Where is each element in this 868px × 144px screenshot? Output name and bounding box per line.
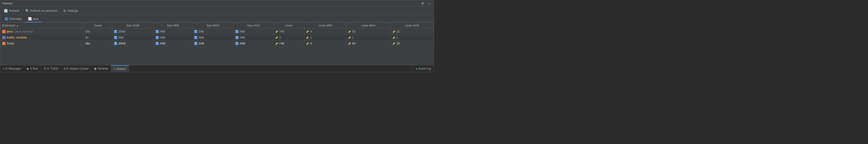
bottom-item-run[interactable]: ▶ 4: Run — [24, 65, 41, 72]
svg-rect-28 — [195, 36, 195, 37]
svg-rect-20 — [115, 36, 115, 37]
event-log-label: Event Log — [418, 67, 431, 70]
svg-rect-37 — [115, 42, 115, 43]
header-lines-avg[interactable]: Lines AVG — [391, 23, 434, 29]
header-lines-min[interactable]: Lines MIN — [304, 23, 346, 29]
tab-bar: Overview 📈 java — [0, 15, 434, 22]
table-container: Extension ▲ Count Size SUM Size MIN Size… — [0, 22, 434, 65]
cell-size-max-0: 1kB — [192, 29, 234, 34]
todo-label: 6: TODO — [47, 67, 58, 70]
title-bar-left: Statistic — [2, 2, 13, 5]
header-extension[interactable]: Extension ▲ — [0, 23, 84, 29]
svg-rect-16 — [236, 32, 238, 33]
cell-lines-min-1: 1 — [304, 34, 346, 41]
vc-label: 9: Version Control — [66, 67, 88, 70]
event-log-icon: ● — [415, 67, 417, 71]
todo-icon: ☰ — [44, 67, 46, 70]
cell-lines-1: 3 — [273, 34, 304, 41]
tab-overview-label: Overview — [9, 17, 22, 21]
sort-arrow-extension: ▲ — [16, 24, 19, 27]
svg-rect-21 — [114, 38, 117, 39]
cell-lines-max-0: 53 — [346, 29, 391, 34]
tab-overview[interactable]: Overview — [2, 16, 25, 22]
svg-rect-25 — [156, 38, 159, 39]
cell-size-sum-0: 20kB — [112, 29, 154, 34]
header-lines-max[interactable]: Lines MAX — [346, 23, 391, 29]
refresh-icon: 🔄 — [4, 9, 8, 13]
cell-total-size-min: 0kB — [154, 41, 192, 47]
cell-extension-1: kotlin_module — [0, 34, 84, 41]
svg-rect-12 — [194, 32, 197, 33]
run-label: 4: Run — [30, 67, 38, 70]
cell-total-size-max: 1kB — [192, 41, 234, 47]
toolbar-separator-1 — [22, 8, 23, 13]
cell-total-size-avg: 0kB — [234, 41, 273, 47]
header-size-sum[interactable]: Size SUM — [112, 23, 154, 29]
header-lines[interactable]: Lines — [273, 23, 304, 29]
table-row: java (Java classes) 33x 20kB 0kB 1kB — [0, 29, 434, 34]
overview-icon — [5, 17, 8, 21]
svg-rect-46 — [194, 44, 197, 45]
svg-rect-50 — [236, 44, 238, 45]
window-title: Statistic — [2, 2, 13, 5]
svg-rect-4 — [114, 32, 117, 33]
settings-label: Settings — [67, 9, 78, 13]
main-window: Statistic ⚙ — 🔄 Refresh 🔍 Refresh on sel… — [0, 0, 434, 72]
bottom-item-messages[interactable]: ≡ 0: Messages — [0, 65, 24, 72]
table-header-row: Extension ▲ Count Size SUM Size MIN Size… — [0, 23, 434, 29]
svg-rect-15 — [236, 30, 237, 31]
cell-total-lines-avg: 23 — [391, 41, 434, 47]
toolbar: 🔄 Refresh 🔍 Refresh on selection ⚙ Setti… — [0, 7, 434, 15]
messages-label: 0: Messages — [5, 67, 21, 70]
bottom-item-version-control[interactable]: ⑆ 9: Version Control — [61, 65, 91, 72]
cell-size-avg-0: 0kB — [234, 29, 273, 34]
svg-rect-42 — [156, 44, 159, 45]
settings-toolbar-icon: ⚙ — [63, 9, 66, 13]
svg-rect-8 — [156, 32, 159, 33]
cell-total-lines: 748 — [273, 41, 304, 47]
cell-count-1: 3x — [84, 34, 112, 41]
cell-total-count: 36x — [84, 41, 112, 47]
tab-java[interactable]: 📈 java — [25, 16, 41, 22]
header-size-max[interactable]: Size MAX — [192, 23, 234, 29]
list-icon: ≡ — [3, 67, 5, 70]
cell-total-lines-max: 54 — [346, 41, 391, 47]
java-tab-icon: 📈 — [28, 17, 32, 21]
refresh-label: Refresh — [9, 9, 20, 13]
title-bar: Statistic ⚙ — — [0, 0, 434, 7]
bottom-item-todo[interactable]: ☰ 6: TODO — [41, 65, 61, 72]
bottom-item-statistic[interactable]: ● Statistic — [111, 65, 129, 72]
refresh-button[interactable]: 🔄 Refresh — [2, 8, 22, 14]
terminal-label: Terminal — [97, 67, 108, 70]
bottom-item-terminal[interactable]: ▣ Terminal — [91, 65, 111, 72]
svg-rect-41 — [156, 42, 157, 43]
header-size-min[interactable]: Size MIN — [154, 23, 192, 29]
cell-lines-avg-0: 22 — [391, 29, 434, 34]
settings-button[interactable]: ⚙ — [420, 1, 425, 5]
statistic-label: Statistic — [116, 67, 126, 71]
cell-total-size-sum: 20kB — [112, 41, 154, 47]
settings-toolbar-button[interactable]: ⚙ Settings — [61, 8, 81, 14]
cell-count-0: 33x — [84, 29, 112, 34]
statistic-icon: ● — [114, 67, 115, 71]
cell-size-min-1: 0kB — [154, 34, 192, 41]
header-count[interactable]: Count — [84, 23, 112, 29]
cell-total-lines-min: 5 — [304, 41, 346, 47]
title-bar-right: ⚙ — — [420, 1, 432, 5]
svg-rect-32 — [236, 36, 237, 37]
terminal-icon: ▣ — [94, 67, 97, 70]
tab-java-label: java — [33, 17, 38, 21]
bottom-item-event-log[interactable]: ● Event Log — [413, 65, 434, 72]
cell-lines-avg-1: 1 — [391, 34, 434, 41]
svg-rect-7 — [156, 30, 157, 31]
refresh-on-selection-button[interactable]: 🔍 Refresh on selection — [23, 8, 60, 14]
cell-extension-0: java (Java classes) — [0, 29, 84, 34]
minimize-button[interactable]: — — [427, 1, 432, 5]
cell-total-label: Total: — [0, 41, 84, 47]
svg-rect-3 — [115, 30, 115, 31]
table-row: kotlin_module 3x 0kB 0kB 0kB — [0, 34, 434, 41]
header-size-avg[interactable]: Size AVG — [234, 23, 273, 29]
refresh-on-selection-icon: 🔍 — [25, 9, 29, 13]
statistics-table: Extension ▲ Count Size SUM Size MIN Size… — [0, 22, 434, 47]
cell-lines-0: 745 — [273, 29, 304, 34]
